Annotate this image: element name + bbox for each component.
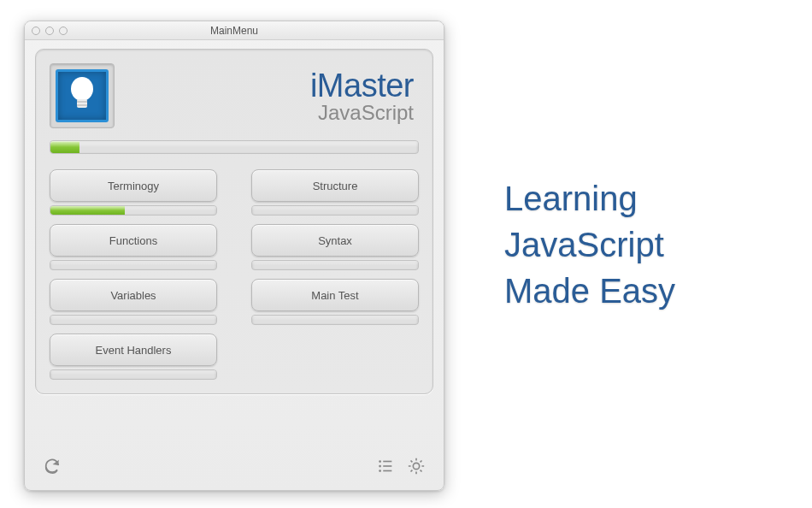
list-icon: [376, 457, 395, 476]
section-main-test: Main Test: [251, 279, 419, 325]
refresh-icon: [43, 457, 62, 476]
window-title: MainMenu: [25, 25, 444, 37]
svg-rect-1: [77, 99, 87, 108]
app-window: MainMenu iMaster JavaScript: [24, 21, 444, 491]
promo-line-2: JavaScript: [504, 222, 675, 268]
lightbulb-icon: [56, 69, 109, 122]
promo-text: Learning JavaScript Made Easy: [504, 175, 675, 314]
terminogy-progress: [50, 205, 217, 216]
syntax-progress: [251, 260, 419, 270]
overall-progress: [50, 140, 419, 154]
svg-point-6: [379, 470, 381, 472]
app-subtitle: JavaScript: [310, 101, 414, 125]
app-title: iMaster: [310, 68, 414, 104]
settings-button[interactable]: [404, 454, 428, 478]
structure-progress: [251, 205, 419, 216]
variables-button[interactable]: Variables: [50, 279, 217, 311]
event-handlers-progress: [50, 369, 217, 380]
section-terminogy: Terminogy: [50, 169, 217, 216]
section-event-handlers: Event Handlers: [50, 334, 217, 380]
svg-point-4: [379, 460, 381, 463]
svg-point-0: [71, 77, 93, 101]
section-variables: Variables: [50, 279, 217, 325]
svg-point-5: [379, 465, 381, 468]
svg-rect-3: [77, 104, 87, 106]
promo-line-1: Learning: [504, 175, 675, 222]
terminogy-button[interactable]: Terminogy: [50, 169, 217, 202]
syntax-button[interactable]: Syntax: [251, 224, 419, 257]
overall-progress-fill: [50, 141, 79, 153]
header: iMaster JavaScript: [50, 60, 419, 132]
app-logo: [50, 63, 115, 128]
promo-line-3: Made Easy: [504, 268, 675, 314]
titlebar: MainMenu: [25, 21, 444, 40]
event-handlers-button[interactable]: Event Handlers: [50, 334, 217, 366]
sections-grid: Terminogy Structure Functions Syntax: [50, 169, 419, 380]
main-test-button[interactable]: Main Test: [251, 279, 419, 311]
section-functions: Functions: [50, 224, 217, 270]
section-structure: Structure: [251, 169, 419, 216]
functions-button[interactable]: Functions: [50, 224, 217, 257]
list-button[interactable]: [374, 454, 397, 478]
main-test-progress: [251, 315, 419, 325]
bottom-toolbar: [25, 442, 444, 490]
structure-button[interactable]: Structure: [251, 169, 419, 202]
functions-progress: [50, 260, 217, 270]
svg-rect-2: [77, 101, 87, 103]
variables-progress: [50, 315, 217, 325]
main-panel: iMaster JavaScript Terminogy Structure: [35, 49, 433, 394]
gear-icon: [407, 457, 426, 476]
refresh-button[interactable]: [40, 454, 64, 478]
section-syntax: Syntax: [251, 224, 419, 270]
